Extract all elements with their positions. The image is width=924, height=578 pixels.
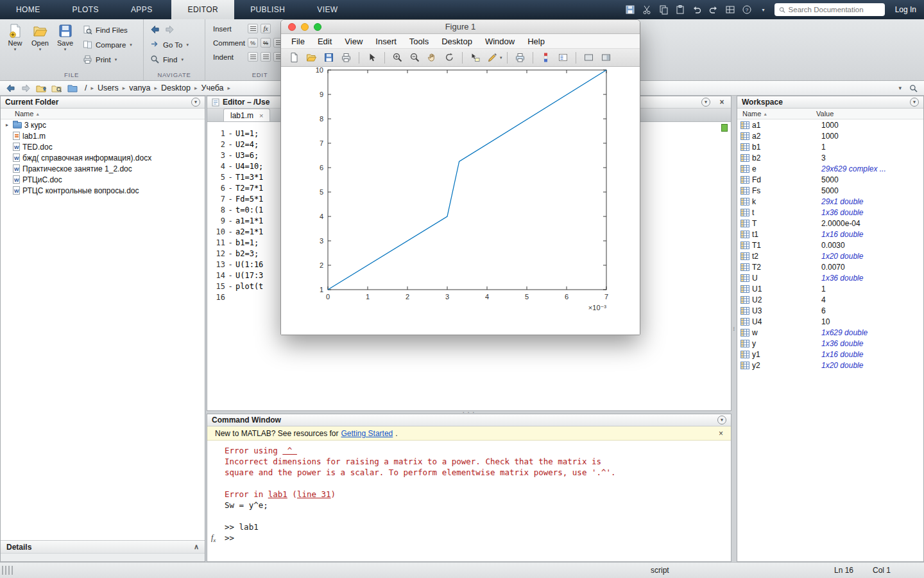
workspace-row[interactable]: U410: [737, 316, 923, 327]
breadcrumb-segment[interactable]: vanya: [129, 83, 150, 92]
pointer-tool-icon[interactable]: [364, 51, 380, 65]
tab-view[interactable]: VIEW: [301, 0, 354, 19]
figure-menu-insert[interactable]: Insert: [369, 37, 403, 46]
show-plot-tools-icon[interactable]: [598, 51, 614, 65]
back-arrow-icon[interactable]: [5, 83, 16, 93]
workspace-row[interactable]: b23: [737, 152, 923, 163]
workspace-row[interactable]: b11: [737, 141, 923, 152]
find-button[interactable]: Find ▾: [150, 55, 205, 64]
zoom-out-icon[interactable]: [407, 51, 423, 65]
panel-menu-icon[interactable]: ▾: [910, 98, 919, 107]
cut-icon[interactable]: [641, 4, 653, 15]
workspace-row[interactable]: t11x16 double: [737, 229, 923, 240]
figure-menu-desktop[interactable]: Desktop: [435, 37, 479, 46]
zoom-in-icon[interactable]: [389, 51, 406, 65]
getting-started-link[interactable]: Getting Started: [341, 429, 393, 438]
compare-button[interactable]: Compare ▾: [83, 40, 132, 49]
undo-icon[interactable]: [691, 4, 703, 15]
resize-grip-icon[interactable]: [2, 566, 13, 575]
toolbar-options-caret-icon[interactable]: ▾: [758, 4, 769, 15]
file-item[interactable]: Практическое занятие 1_2.doc: [1, 163, 205, 174]
login-link[interactable]: Log In: [890, 5, 916, 14]
console-text[interactable]: line 31: [297, 489, 331, 499]
insert-function-button[interactable]: fx: [261, 24, 271, 33]
print-button[interactable]: Print ▾: [83, 55, 132, 64]
help-icon[interactable]: ?: [741, 4, 753, 15]
panel-menu-icon[interactable]: ▾: [717, 416, 726, 425]
data-cursor-icon[interactable]: [467, 51, 483, 65]
figure-menu-help[interactable]: Help: [521, 37, 551, 46]
workspace-row[interactable]: U24: [737, 294, 923, 305]
figure-menu-view[interactable]: View: [338, 37, 369, 46]
save-figure-icon[interactable]: [321, 51, 337, 65]
file-item[interactable]: РТЦиС.doc: [1, 174, 205, 185]
new-button[interactable]: New ▾: [3, 23, 28, 64]
search-input[interactable]: [789, 6, 880, 13]
forward-arrow-icon[interactable]: [21, 83, 31, 93]
workspace-row[interactable]: T20.0070: [737, 261, 923, 272]
pan-hand-icon[interactable]: [424, 51, 440, 65]
hide-plot-tools-icon[interactable]: [581, 51, 597, 65]
comment-button[interactable]: %: [248, 38, 258, 48]
figure-menu-tools[interactable]: Tools: [403, 37, 435, 46]
console-text[interactable]: lab1: [268, 489, 287, 499]
save-icon[interactable]: [624, 4, 636, 15]
open-button[interactable]: Open ▾: [28, 23, 53, 64]
file-list-column-header[interactable]: Name ▲: [1, 109, 205, 119]
browse-for-folder-icon[interactable]: [51, 83, 62, 93]
figure-menu-file[interactable]: File: [285, 37, 311, 46]
insert-section-button[interactable]: [248, 24, 258, 33]
workspace-column-header[interactable]: Name▲ Value: [737, 109, 923, 119]
workspace-row[interactable]: U1x36 double: [737, 272, 923, 283]
console-text[interactable]: ^: [282, 446, 297, 455]
workspace-row[interactable]: T10.0030: [737, 240, 923, 250]
documentation-search[interactable]: [774, 3, 885, 16]
breadcrumb-segment[interactable]: Desktop: [161, 83, 191, 92]
rotate-3d-icon[interactable]: [441, 51, 458, 65]
console-output[interactable]: Error using ^ Incorrect dimensions for r…: [207, 441, 731, 561]
indent-right-button[interactable]: [261, 52, 271, 62]
figure-menu-edit[interactable]: Edit: [311, 37, 338, 46]
workspace-splitter[interactable]: •••: [732, 96, 737, 562]
editor-tab-lab1[interactable]: lab1.m ×: [223, 109, 270, 121]
expand-arrow-icon[interactable]: ▸: [4, 122, 10, 128]
minimize-window-icon[interactable]: [301, 23, 309, 31]
file-item[interactable]: ▸3 курс: [1, 119, 205, 130]
file-item[interactable]: РТЦС контрольные вопросы.doc: [1, 185, 205, 196]
print-figure-icon[interactable]: [338, 51, 354, 65]
close-banner-icon[interactable]: ×: [719, 429, 723, 438]
panel-menu-icon[interactable]: ▾: [701, 98, 710, 107]
address-dropdown-caret-icon[interactable]: ▾: [898, 85, 902, 91]
workspace-row[interactable]: y1x36 double: [737, 338, 923, 349]
figure-window[interactable]: Figure 1 FileEditViewInsertToolsDesktopW…: [280, 19, 640, 335]
workspace-row[interactable]: t1x36 double: [737, 207, 923, 218]
code-analyzer-indicator[interactable]: [721, 124, 728, 132]
close-window-icon[interactable]: [288, 23, 296, 31]
desktop-layout-icon[interactable]: [724, 4, 736, 15]
workspace-row[interactable]: Fs5000: [737, 185, 923, 196]
insert-colorbar-icon[interactable]: [538, 51, 554, 65]
navigate-forward-icon[interactable]: [165, 25, 175, 35]
address-search-icon[interactable]: [908, 83, 919, 93]
brush-icon[interactable]: [484, 51, 501, 65]
workspace-row[interactable]: t21x20 double: [737, 250, 923, 261]
uncomment-button[interactable]: %: [261, 38, 271, 48]
up-one-level-icon[interactable]: [36, 83, 47, 93]
tab-apps[interactable]: APPS: [115, 0, 169, 19]
tab-plots[interactable]: PLOTS: [56, 0, 115, 19]
close-tab-icon[interactable]: ×: [259, 112, 263, 119]
details-header[interactable]: Details ∧: [1, 541, 205, 554]
panel-menu-icon[interactable]: ▾: [191, 98, 200, 107]
figure-title-bar[interactable]: Figure 1: [281, 20, 640, 34]
copy-icon[interactable]: [658, 4, 669, 15]
save-button[interactable]: Save ▾: [53, 23, 78, 64]
collapse-chevron-icon[interactable]: ∧: [194, 543, 199, 551]
file-item[interactable]: TED.doc: [1, 141, 205, 152]
workspace-row[interactable]: U11: [737, 283, 923, 294]
breadcrumb-segment[interactable]: Users: [98, 83, 119, 92]
workspace-row[interactable]: k29x1 double: [737, 196, 923, 207]
tab-home[interactable]: HOME: [0, 0, 56, 19]
breadcrumb-segment[interactable]: /: [85, 83, 87, 92]
tab-editor[interactable]: EDITOR: [171, 0, 235, 19]
close-panel-icon[interactable]: ×: [717, 98, 726, 107]
